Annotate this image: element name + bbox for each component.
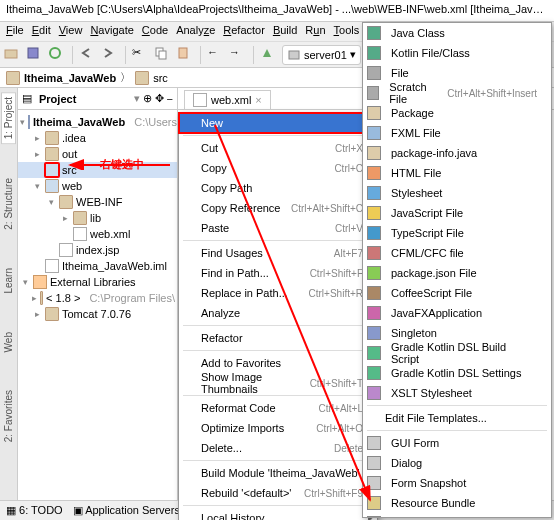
new-stylesheet[interactable]: Stylesheet [363,183,551,203]
new-scratch-file[interactable]: Scratch FileCtrl+Alt+Shift+Insert [363,83,551,103]
ctx-rebuild[interactable]: Rebuild '<default>'Ctrl+Shift+F9 [179,483,377,503]
menu-run[interactable]: Run [305,24,325,39]
new-package[interactable]: Package [363,103,551,123]
ctx-analyze[interactable]: Analyze▸ [179,303,377,323]
new-package-json-file[interactable]: package.json File [363,263,551,283]
tree-web[interactable]: ▾web [18,178,177,194]
new-package-info-java[interactable]: package-info.java [363,143,551,163]
tab-web[interactable]: Web [2,328,15,356]
new-xslt-stylesheet[interactable]: XSLT Stylesheet [363,383,551,403]
new-coffeescript-file[interactable]: CoffeeScript File [363,283,551,303]
tree-webinf[interactable]: ▾WEB-INF [18,194,177,210]
left-toolwindow-gutter: 1: Project 2: Structure Learn Web 2: Fav… [0,88,18,520]
run-config-select[interactable]: server01 ▾ [282,45,361,65]
ctx-copyref[interactable]: Copy ReferenceCtrl+Alt+Shift+C [179,198,377,218]
ctx-optimize[interactable]: Optimize ImportsCtrl+Alt+O [179,418,377,438]
new-kotlin-file-class[interactable]: Kotlin File/Class [363,43,551,63]
ctx-delete[interactable]: Delete...Delete [179,438,377,458]
menu-code[interactable]: Code [142,24,168,39]
collapse-icon[interactable]: ⊕ [143,92,152,105]
menu-build[interactable]: Build [273,24,297,39]
cut-icon[interactable]: ✂ [132,46,150,64]
hide-icon[interactable]: − [167,93,173,105]
menu-tools[interactable]: Tools [334,24,360,39]
js-icon [367,206,381,220]
svg-rect-6 [289,51,299,59]
menu-view[interactable]: View [59,24,83,39]
tab-project[interactable]: 1: Project [1,92,16,144]
new-edit-file-templates-[interactable]: Edit File Templates... [363,408,551,428]
ctx-reformat[interactable]: Reformat CodeCtrl+Alt+L [179,398,377,418]
paste-icon[interactable] [176,46,194,64]
status-todo[interactable]: ▦ 6: TODO [6,504,63,517]
ctx-findinpath[interactable]: Find in Path...Ctrl+Shift+F [179,263,377,283]
ctx-addfav[interactable]: Add to Favorites▸ [179,353,377,373]
forward-icon[interactable]: → [229,46,247,64]
ctx-findusages[interactable]: Find UsagesAlt+F7 [179,243,377,263]
tree-tomcat[interactable]: ▸Tomcat 7.0.76 [18,306,177,322]
new-cfml-cfc-file[interactable]: CFML/CFC file [363,243,551,263]
tree-out[interactable]: ▸out [18,146,177,162]
new-gradle-kotlin-dsl-build-script[interactable]: Gradle Kotlin DSL Build Script [363,343,551,363]
ctx-showthumbs[interactable]: Show Image ThumbnailsCtrl+Shift+T [179,373,377,393]
ctx-buildmod[interactable]: Build Module 'Itheima_JavaWeb' [179,463,377,483]
new-typescript-file[interactable]: TypeScript File [363,223,551,243]
copy-icon[interactable] [154,46,172,64]
tree-iml[interactable]: Itheima_JavaWeb.iml [18,258,177,274]
svg-rect-5 [179,48,187,58]
gradle-icon [367,366,381,380]
new-javafxapplication[interactable]: JavaFXApplication [363,303,551,323]
new-file[interactable]: File [363,63,551,83]
menu-file[interactable]: File [6,24,24,39]
ctx-copypath[interactable]: Copy Path [179,178,377,198]
tree-lib[interactable]: ▸lib [18,210,177,226]
tree-jdk[interactable]: ▸< 1.8 > C:\Program Files\ [18,290,177,306]
menu-navigate[interactable]: Navigate [90,24,133,39]
new-html-file[interactable]: HTML File [363,163,551,183]
tree-extlib[interactable]: ▾External Libraries [18,274,177,290]
tree-webxml[interactable]: web.xml [18,226,177,242]
new-gui-form[interactable]: GUI Form [363,433,551,453]
breadcrumb-root[interactable]: Itheima_JavaWeb [24,72,116,84]
tab-learn[interactable]: Learn [2,264,15,298]
new-java-class[interactable]: Java Class [363,23,551,43]
menu-refactor[interactable]: Refactor [223,24,265,39]
new-resource-bundle[interactable]: Resource Bundle [363,493,551,513]
menu-edit[interactable]: Edit [32,24,51,39]
gear-icon[interactable]: ✥ [155,92,164,105]
status-appservers[interactable]: ▣ Application Servers [73,504,180,517]
tree-idea[interactable]: ▸.idea [18,130,177,146]
ctx-new[interactable]: New▸ [179,113,377,133]
ctx-copy[interactable]: CopyCtrl+C [179,158,377,178]
ctx-cut[interactable]: CutCtrl+X [179,138,377,158]
new-xml-configuration-file[interactable]: XML Configuration File▸ [363,513,551,518]
new-singleton[interactable]: Singleton [363,323,551,343]
tree-src[interactable]: src [18,162,177,178]
tree-root[interactable]: ▾Itheima_JavaWeb C:\Users\A [18,114,177,130]
editor-tab-webxml[interactable]: web.xml × [184,90,271,109]
tab-structure[interactable]: 2: Structure [2,174,15,234]
ctx-replaceinpath[interactable]: Replace in Path...Ctrl+Shift+R [179,283,377,303]
new-submenu: Java ClassKotlin File/ClassFileScratch F… [362,22,552,518]
ctx-localhist[interactable]: Local History▸ [179,508,377,520]
server-icon [287,48,301,62]
undo-icon[interactable] [79,46,97,64]
new-gradle-kotlin-dsl-settings[interactable]: Gradle Kotlin DSL Settings [363,363,551,383]
menu-analyze[interactable]: Analyze [176,24,215,39]
new-form-snapshot[interactable]: Form Snapshot [363,473,551,493]
ctx-refactor[interactable]: Refactor▸ [179,328,377,348]
tab-favorites[interactable]: 2: Favorites [2,386,15,446]
save-icon[interactable] [26,46,44,64]
new-javascript-file[interactable]: JavaScript File [363,203,551,223]
refresh-icon[interactable] [48,46,66,64]
new-dialog[interactable]: Dialog [363,453,551,473]
tree-indexjsp[interactable]: index.jsp [18,242,177,258]
breadcrumb-src[interactable]: src [153,72,168,84]
ctx-paste[interactable]: PasteCtrl+V [179,218,377,238]
open-icon[interactable] [4,46,22,64]
back-icon[interactable]: ← [207,46,225,64]
build-icon[interactable] [260,46,278,64]
close-tab-icon[interactable]: × [255,94,261,106]
new-fxml-file[interactable]: FXML File [363,123,551,143]
redo-icon[interactable] [101,46,119,64]
